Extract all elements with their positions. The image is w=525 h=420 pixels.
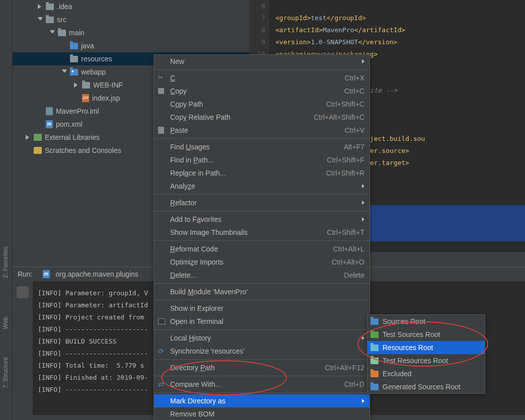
folder-icon	[370, 371, 379, 377]
tab-structure[interactable]: 7: Structure	[2, 357, 9, 388]
run-toolbar	[13, 281, 33, 420]
menu-terminal[interactable]: Open in Terminal	[154, 315, 369, 328]
menu-separator	[154, 211, 369, 211]
menu-reformat[interactable]: Reformat CodeCtrl+Alt+L	[154, 242, 369, 256]
paste-icon	[158, 127, 164, 134]
expand-icon[interactable]	[74, 82, 79, 88]
menu-separator	[154, 240, 369, 241]
left-gutter: 2: Favorites Web 7: Structure	[0, 0, 13, 420]
menu-compare[interactable]: ⇄Compare With...Ctrl+D	[154, 378, 369, 391]
folder-icon	[70, 43, 78, 49]
submenu-resources-root[interactable]: Resources Root	[367, 341, 485, 354]
collapse-icon[interactable]	[62, 69, 67, 74]
menu-separator	[154, 69, 369, 70]
tab-web[interactable]: Web	[2, 317, 9, 329]
menu-separator	[154, 283, 369, 284]
menu-dirpath[interactable]: Directory PathCtrl+Alt+F12	[154, 361, 369, 374]
menu-new[interactable]: New	[154, 55, 369, 68]
menu-sync[interactable]: ⟳Synchronize 'resources'	[154, 345, 369, 358]
scratches-icon	[34, 147, 42, 154]
cut-icon: ✂	[158, 74, 166, 82]
menu-delete[interactable]: Delete...Delete	[154, 269, 369, 282]
collapse-icon[interactable]	[50, 30, 55, 35]
menu-separator	[154, 392, 369, 393]
menu-copypath[interactable]: Copy PathCtrl+Shift+C	[154, 98, 369, 111]
copy-icon	[158, 88, 164, 94]
jsp-icon: JSP	[82, 94, 89, 102]
menu-explorer[interactable]: Show in Explorer	[154, 302, 369, 315]
folder-icon	[370, 345, 379, 351]
tree-idea[interactable]: .idea	[13, 0, 249, 13]
submenu-arrow-icon	[362, 59, 364, 63]
menu-refactor[interactable]: Refactor	[154, 196, 369, 209]
tree-main[interactable]: main	[13, 26, 249, 39]
terminal-icon	[158, 318, 165, 324]
submenu-test-sources-root[interactable]: Test Sources Root	[367, 328, 485, 341]
mark-directory-submenu: Sources Root Test Sources Root Resources…	[367, 314, 485, 394]
folder-icon	[58, 30, 66, 36]
submenu-generated-sources-root[interactable]: Generated Sources Root	[367, 380, 485, 393]
run-title: org.apache.maven.plugins	[56, 270, 138, 278]
maven-icon: m	[46, 120, 53, 128]
submenu-arrow-icon	[362, 201, 364, 205]
menu-separator	[154, 300, 369, 300]
collapse-icon[interactable]	[38, 17, 43, 22]
menu-separator	[154, 138, 369, 139]
menu-separator	[154, 194, 369, 195]
menu-copyrel[interactable]: Copy Relative PathCtrl+Alt+Shift+C	[154, 111, 369, 124]
menu-favorites[interactable]: Add to Favorites	[154, 213, 369, 226]
menu-thumb[interactable]: Show Image ThumbnailsCtrl+Shift+T	[154, 226, 369, 239]
context-menu: New ✂CCtrl+X CopyCtrl+C Copy PathCtrl+Sh…	[154, 54, 370, 420]
menu-copy[interactable]: CopyCtrl+C	[154, 85, 369, 98]
menu-separator	[154, 359, 369, 360]
folder-icon	[46, 17, 54, 23]
library-icon	[34, 134, 42, 141]
sync-icon: ⟳	[158, 347, 166, 355]
menu-paste[interactable]: PasteCtrl+V	[154, 124, 369, 137]
menu-build[interactable]: Build Module 'MavenPro'	[154, 285, 369, 298]
submenu-test-resources-root[interactable]: Test Resources Root	[367, 354, 485, 367]
menu-separator	[154, 329, 369, 330]
submenu-arrow-icon	[362, 184, 364, 188]
folder-icon	[370, 331, 379, 338]
submenu-arrow-icon	[362, 336, 364, 340]
folder-icon	[370, 358, 379, 364]
menu-bom[interactable]: Remove BOM	[154, 407, 369, 420]
expand-icon[interactable]	[38, 4, 43, 9]
run-toolbar-icon[interactable]	[17, 286, 29, 298]
folder-icon	[70, 56, 78, 62]
menu-separator	[154, 376, 369, 376]
menu-cut[interactable]: ✂CCtrl+X	[154, 71, 369, 85]
tree-src[interactable]: src	[13, 13, 249, 26]
menu-history[interactable]: Local History	[154, 331, 369, 345]
compare-icon: ⇄	[158, 380, 166, 388]
folder-icon	[46, 4, 54, 10]
tab-favorites[interactable]: 2: Favorites	[2, 246, 9, 278]
maven-icon: m	[43, 270, 50, 278]
run-label: Run:	[18, 270, 33, 278]
expand-icon[interactable]	[26, 135, 31, 140]
tree-java[interactable]: java	[13, 39, 249, 52]
menu-mark-directory[interactable]: Mark Directory as	[154, 394, 369, 407]
folder-icon	[370, 384, 379, 390]
menu-optimize[interactable]: Optimize ImportsCtrl+Alt+O	[154, 256, 369, 269]
menu-findinpath[interactable]: Find in Path...Ctrl+Shift+F	[154, 153, 369, 166]
file-icon	[46, 107, 53, 115]
folder-icon	[82, 82, 90, 89]
submenu-sources-root[interactable]: Sources Root	[367, 315, 485, 328]
menu-replace[interactable]: Replace in Path...Ctrl+Shift+R	[154, 166, 369, 180]
submenu-arrow-icon	[362, 399, 364, 403]
folder-icon	[370, 318, 379, 325]
submenu-excluded[interactable]: Excluded	[367, 367, 485, 380]
folder-icon: ●	[70, 69, 78, 75]
menu-analyze[interactable]: Analyze	[154, 180, 369, 193]
menu-findusages[interactable]: Find UsagesAlt+F7	[154, 140, 369, 153]
submenu-arrow-icon	[362, 217, 364, 221]
